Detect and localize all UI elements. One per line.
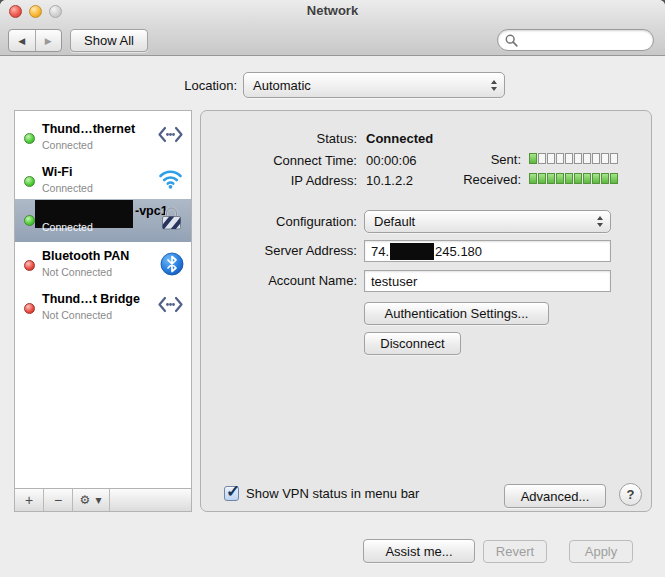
interface-name: Thund…thernet xyxy=(42,122,135,136)
apply-button: Apply xyxy=(569,540,633,563)
traffic-bar-segment xyxy=(538,153,546,164)
server-address-prefix: 74. xyxy=(371,244,389,259)
location-popup[interactable]: Automatic xyxy=(243,72,505,98)
gear-menu-button[interactable]: ⚙ ▾ xyxy=(73,489,110,511)
traffic-bar-segment xyxy=(574,153,582,164)
traffic-bar-segment xyxy=(556,153,564,164)
checkmark-icon: ✓ xyxy=(226,481,240,502)
interface-name: Thund…t Bridge xyxy=(42,292,140,306)
vpn-status-checkbox-row: ✓ Show VPN status in menu bar xyxy=(224,483,419,503)
assist-me-button[interactable]: Assist me... xyxy=(363,539,475,563)
ethernet-icon xyxy=(157,295,184,314)
traffic-bar-segment xyxy=(574,173,582,184)
traffic-bar-segment xyxy=(601,153,609,164)
sidebar-item-thunderbolt-ethernet[interactable]: Thund…thernet Connected xyxy=(15,117,191,160)
search-input[interactable] xyxy=(497,29,654,51)
traffic-bar-segment xyxy=(565,153,573,164)
sidebar-item-wifi[interactable]: Wi-Fi Connected xyxy=(15,160,191,203)
account-name-label: Account Name: xyxy=(201,273,357,288)
lock-icon xyxy=(159,204,184,231)
traffic-bar-segment xyxy=(583,153,591,164)
configuration-label: Configuration: xyxy=(201,214,357,229)
nav-back-forward: ◀ ▶ xyxy=(8,29,62,52)
traffic-bar-segment xyxy=(547,173,555,184)
window-title: Network xyxy=(0,3,665,18)
traffic-bar-segment xyxy=(565,173,573,184)
search-icon xyxy=(505,34,518,47)
received-traffic-bar xyxy=(529,173,619,184)
account-name-field[interactable]: testuser xyxy=(364,270,611,292)
configuration-value: Default xyxy=(374,214,415,229)
window-chrome: Network ◀ ▶ Show All xyxy=(0,0,665,56)
bluetooth-icon xyxy=(160,252,184,276)
redaction-box xyxy=(390,243,434,260)
traffic-bar-segment xyxy=(592,153,600,164)
ethernet-icon xyxy=(157,125,184,144)
sent-traffic-bar xyxy=(529,153,619,164)
traffic-bar-segment xyxy=(601,173,609,184)
interface-status: Not Connected xyxy=(42,309,112,321)
authentication-settings-button[interactable]: Authentication Settings... xyxy=(364,302,549,325)
interface-status: Connected xyxy=(42,139,93,151)
show-vpn-status-label: Show VPN status in menu bar xyxy=(246,486,419,501)
network-preferences-window: Network ◀ ▶ Show All Location: Automatic… xyxy=(0,0,665,577)
received-label: Received: xyxy=(389,172,521,187)
popup-arrows-icon xyxy=(490,73,498,97)
account-name-value: testuser xyxy=(371,274,417,289)
location-value: Automatic xyxy=(253,78,311,93)
show-all-button[interactable]: Show All xyxy=(70,29,148,52)
server-address-suffix: 245.180 xyxy=(435,244,482,259)
configuration-popup[interactable]: Default xyxy=(364,210,611,233)
status-dot-green xyxy=(24,215,35,226)
traffic-bar-segment xyxy=(556,173,564,184)
forward-button[interactable]: ▶ xyxy=(36,30,62,51)
sidebar-item-vpn-selected[interactable]: -vpc1 Connected xyxy=(15,199,191,242)
interface-list-footer: + − ⚙ ▾ xyxy=(15,488,191,511)
status-dot-red xyxy=(24,303,35,314)
server-address-field[interactable]: 74.245.180 xyxy=(364,240,611,262)
sent-label: Sent: xyxy=(389,152,521,167)
advanced-button[interactable]: Advanced... xyxy=(504,484,606,508)
wifi-icon xyxy=(157,168,184,189)
help-button[interactable]: ? xyxy=(619,483,642,506)
revert-button: Revert xyxy=(483,540,547,563)
disconnect-button[interactable]: Disconnect xyxy=(364,332,461,355)
interface-status: Connected xyxy=(42,221,93,233)
add-interface-button[interactable]: + xyxy=(15,489,44,511)
sidebar-item-thunderbolt-bridge[interactable]: Thund…t Bridge Not Connected xyxy=(15,287,191,330)
status-dot-green xyxy=(24,176,35,187)
sidebar-item-bluetooth-pan[interactable]: Bluetooth PAN Not Connected xyxy=(15,244,191,287)
traffic-bar-segment xyxy=(529,173,537,184)
traffic-bar-segment xyxy=(547,153,555,164)
popup-arrows-icon xyxy=(596,211,604,232)
traffic-bar-segment xyxy=(529,153,537,164)
remove-interface-button[interactable]: − xyxy=(44,489,73,511)
status-dot-green xyxy=(24,133,35,144)
server-address-label: Server Address: xyxy=(201,243,357,258)
traffic-bar-segment xyxy=(592,173,600,184)
titlebar[interactable]: Network xyxy=(0,0,665,22)
location-label: Location: xyxy=(37,78,237,93)
status-dot-red xyxy=(24,260,35,271)
interface-name: Wi-Fi xyxy=(42,165,72,179)
traffic-bar-segment xyxy=(583,173,591,184)
interface-name: Bluetooth PAN xyxy=(42,249,129,263)
show-vpn-status-checkbox[interactable]: ✓ xyxy=(224,486,239,501)
traffic-bar-segment xyxy=(538,173,546,184)
detail-panel: Status: Connected Connect Time: 00:00:06… xyxy=(200,110,652,512)
traffic-bar-segment xyxy=(610,173,618,184)
interface-status: Connected xyxy=(42,182,93,194)
interface-status: Not Connected xyxy=(42,266,112,278)
back-button[interactable]: ◀ xyxy=(9,30,36,51)
interface-list: Thund…thernet Connected Wi-Fi Connected xyxy=(14,110,192,512)
traffic-bar-segment xyxy=(610,153,618,164)
